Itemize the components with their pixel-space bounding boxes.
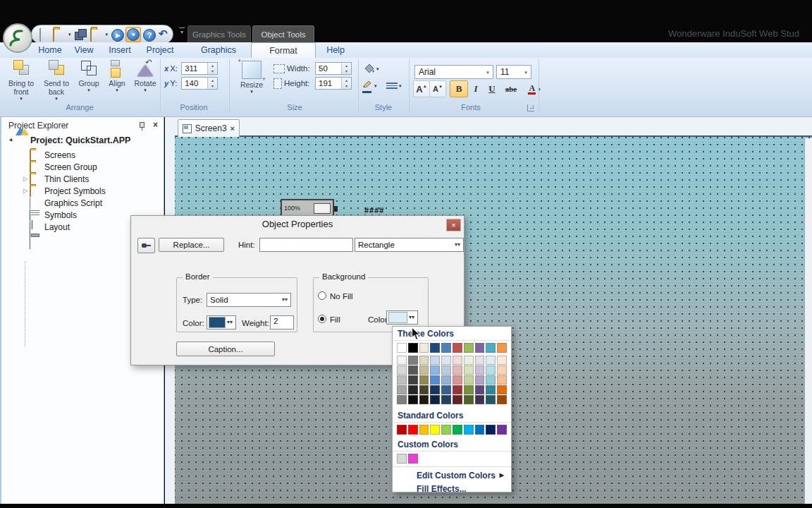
line-style-button[interactable] bbox=[386, 78, 402, 93]
color-swatch[interactable] bbox=[475, 365, 485, 375]
line-color-button[interactable] bbox=[362, 78, 377, 93]
color-swatch[interactable] bbox=[441, 385, 451, 394]
color-swatch[interactable] bbox=[486, 395, 496, 404]
color-swatch[interactable] bbox=[397, 385, 407, 394]
tab-insert[interactable]: Insert bbox=[102, 42, 138, 58]
color-swatch[interactable] bbox=[453, 425, 462, 435]
color-swatch[interactable] bbox=[408, 395, 418, 404]
open-dropdown-caret-icon[interactable] bbox=[68, 32, 71, 37]
color-swatch[interactable] bbox=[397, 375, 407, 385]
color-swatch[interactable] bbox=[486, 356, 496, 365]
tab-help[interactable]: Help bbox=[319, 42, 352, 58]
tab-format[interactable]: Format bbox=[251, 42, 316, 58]
fill-effects-item[interactable]: Fill Effects... bbox=[393, 482, 511, 495]
color-swatch[interactable] bbox=[441, 356, 451, 365]
color-swatch[interactable] bbox=[419, 395, 429, 404]
color-swatch[interactable] bbox=[441, 425, 451, 435]
screen3-tab[interactable]: Screen3 bbox=[178, 119, 240, 137]
contextual-tab-object-tools[interactable]: Object Tools bbox=[252, 25, 314, 44]
y-position-input[interactable]: 140 bbox=[181, 77, 218, 90]
border-color-picker[interactable]: ▾ bbox=[207, 315, 236, 329]
color-swatch[interactable] bbox=[441, 395, 451, 404]
tree-item-layout[interactable]: Layout bbox=[21, 221, 70, 233]
color-swatch[interactable] bbox=[486, 385, 496, 394]
border-type-select[interactable]: Solid▾ bbox=[207, 293, 291, 307]
color-swatch[interactable] bbox=[430, 385, 440, 394]
color-swatch[interactable] bbox=[464, 356, 474, 365]
tab-project[interactable]: Project bbox=[140, 42, 180, 58]
color-swatch[interactable] bbox=[397, 454, 407, 464]
x-spinner[interactable] bbox=[207, 63, 217, 74]
save-all-icon[interactable] bbox=[75, 29, 87, 40]
weight-input[interactable]: 2 bbox=[270, 315, 294, 329]
color-swatch[interactable] bbox=[430, 375, 440, 385]
color-swatch[interactable] bbox=[464, 343, 474, 353]
tree-item-project-symbols[interactable]: Project Symbols bbox=[21, 185, 106, 197]
stop-button-highlighted[interactable] bbox=[125, 27, 141, 42]
shrink-font-button[interactable]: A▼ bbox=[429, 80, 446, 97]
color-swatch[interactable] bbox=[397, 425, 407, 435]
bring-to-front-button[interactable]: Bring to front bbox=[4, 59, 38, 101]
color-swatch[interactable] bbox=[464, 385, 474, 394]
tree-item-thin-clients[interactable]: Thin Clients bbox=[21, 173, 89, 185]
color-swatch[interactable] bbox=[419, 425, 429, 435]
bold-button[interactable]: B bbox=[450, 80, 468, 97]
align-button[interactable]: Align bbox=[103, 59, 131, 92]
color-swatch[interactable] bbox=[475, 356, 485, 365]
color-swatch[interactable] bbox=[397, 365, 407, 375]
rotate-button[interactable]: Rotate bbox=[131, 59, 159, 92]
height-input[interactable]: 191 bbox=[315, 77, 352, 90]
fill-radio[interactable] bbox=[318, 315, 326, 323]
tab-home[interactable]: Home bbox=[34, 42, 66, 58]
application-button[interactable] bbox=[3, 23, 32, 53]
color-swatch[interactable] bbox=[453, 356, 462, 365]
color-swatch[interactable] bbox=[453, 375, 462, 385]
send-to-back-button[interactable]: Send to back bbox=[39, 59, 73, 101]
color-swatch[interactable] bbox=[464, 375, 474, 385]
qat-more-button[interactable] bbox=[178, 28, 186, 35]
color-swatch[interactable] bbox=[475, 425, 485, 435]
color-swatch[interactable] bbox=[453, 343, 462, 353]
color-swatch[interactable] bbox=[475, 343, 485, 353]
color-swatch[interactable] bbox=[453, 365, 462, 375]
color-swatch[interactable] bbox=[419, 375, 429, 385]
undo-icon[interactable] bbox=[159, 29, 171, 40]
color-swatch[interactable] bbox=[497, 385, 507, 394]
strikethrough-button[interactable]: abe bbox=[500, 80, 522, 97]
edit-custom-colors-item[interactable]: Edit Custom Colors bbox=[393, 468, 511, 482]
color-swatch[interactable] bbox=[475, 385, 485, 394]
tree-item-project-root[interactable]: Project: QuickStart.APP bbox=[7, 134, 130, 146]
font-name-combo[interactable]: Arial bbox=[414, 65, 493, 79]
color-swatch[interactable] bbox=[408, 385, 418, 394]
color-swatch[interactable] bbox=[419, 356, 429, 365]
tree-item-symbols[interactable]: Symbols bbox=[21, 209, 77, 221]
color-swatch[interactable] bbox=[497, 356, 507, 365]
canvas-scrollbar[interactable] bbox=[804, 138, 812, 504]
fill-color-button[interactable] bbox=[364, 61, 379, 76]
tree-item-screen-group[interactable]: Screen Group bbox=[21, 161, 97, 173]
color-swatch[interactable] bbox=[441, 365, 451, 375]
color-swatch[interactable] bbox=[408, 356, 418, 365]
color-swatch[interactable] bbox=[419, 385, 429, 394]
folder-dropdown-caret-icon[interactable] bbox=[106, 32, 109, 37]
open-folder-icon[interactable] bbox=[90, 29, 102, 40]
color-swatch[interactable] bbox=[430, 365, 440, 375]
grow-font-button[interactable]: A▲ bbox=[413, 80, 430, 97]
y-spinner[interactable] bbox=[207, 78, 217, 89]
color-swatch[interactable] bbox=[408, 425, 418, 435]
fill-color-picker[interactable]: ▾ bbox=[386, 310, 418, 325]
replace-button[interactable]: Replace... bbox=[159, 238, 224, 252]
color-swatch[interactable] bbox=[430, 395, 440, 404]
color-swatch[interactable] bbox=[408, 365, 418, 375]
x-position-input[interactable]: 311 bbox=[181, 62, 218, 75]
color-swatch[interactable] bbox=[397, 356, 407, 365]
color-swatch[interactable] bbox=[408, 375, 418, 385]
contextual-tab-graphics-tools[interactable]: Graphics Tools bbox=[187, 25, 251, 44]
tab-graphics[interactable]: Graphics bbox=[187, 42, 250, 58]
color-swatch[interactable] bbox=[497, 375, 507, 385]
color-swatch[interactable] bbox=[497, 343, 507, 353]
object-type-select[interactable]: Rectangle▾ bbox=[355, 238, 464, 252]
resize-button[interactable]: Resize bbox=[235, 61, 268, 94]
color-swatch[interactable] bbox=[464, 395, 474, 404]
help-icon[interactable] bbox=[143, 29, 155, 40]
